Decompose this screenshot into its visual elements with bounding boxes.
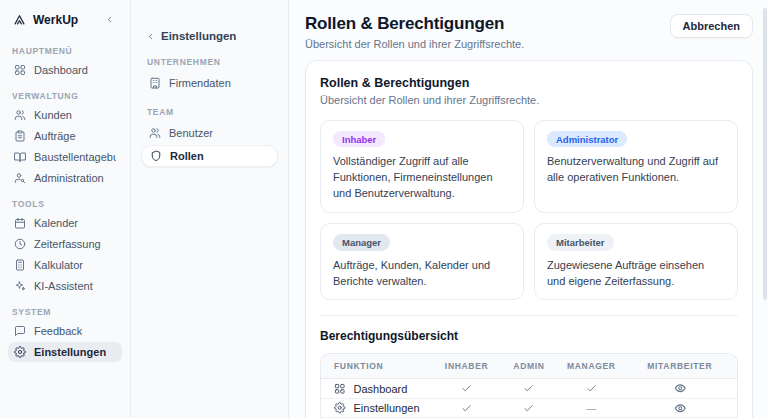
dashboard-icon <box>14 64 26 76</box>
sidebar-section-label-tools: Tools <box>12 199 118 209</box>
settings-back-link[interactable]: Einstellungen <box>141 28 278 44</box>
role-cards-grid: InhaberVollständiger Zugriff auf alle Fu… <box>320 120 738 300</box>
sidebar-item-kalender[interactable]: Kalender <box>8 213 122 233</box>
sidebar-item-auftrage[interactable]: Aufträge <box>8 126 122 146</box>
sidebar-item-kalkulator[interactable]: Kalkulator <box>8 255 122 275</box>
permission-check <box>560 383 622 394</box>
user-key-icon <box>14 172 26 184</box>
feature-cell: Einstellungen <box>321 402 435 414</box>
dashboard-icon <box>334 383 346 395</box>
shield-icon <box>150 150 162 162</box>
permission-row-dashboard: Dashboard <box>321 379 737 399</box>
check-icon <box>523 403 534 414</box>
building-icon <box>149 77 161 89</box>
check-icon <box>461 383 472 394</box>
sidebar-item-ki-assistent[interactable]: KI-Assistent <box>8 276 122 296</box>
permissions-table: FunktionInhaberAdminManagerMitarbeiter D… <box>320 353 738 418</box>
sidebar-item-label: Feedback <box>34 325 82 337</box>
check-icon <box>586 383 597 394</box>
permissions-table-header: FunktionInhaberAdminManagerMitarbeiter <box>321 354 737 379</box>
page-header-text: Rollen & Berechtigungen Übersicht der Ro… <box>305 14 524 50</box>
role-badge: Manager <box>333 234 390 250</box>
column-header-funktion: Funktion <box>321 354 435 378</box>
werkup-logo-icon <box>12 12 27 27</box>
check-icon <box>523 383 534 394</box>
app-title: WerkUp <box>33 13 98 27</box>
sidebar-item-feedback[interactable]: Feedback <box>8 321 122 341</box>
permission-check <box>498 383 560 394</box>
message-square-icon <box>14 325 26 337</box>
feature-label: Einstellungen <box>354 402 420 414</box>
feature-label: Dashboard <box>354 383 408 395</box>
permissions-title: Berechtigungsübersicht <box>320 329 738 343</box>
role-description: Benutzerverwaltung und Zugriff auf alle … <box>547 154 725 186</box>
page-title: Rollen & Berechtigungen <box>305 14 524 34</box>
permission-none: — <box>560 403 622 414</box>
role-description: Aufträge, Kunden, Kalender und Berichte … <box>333 258 511 290</box>
main-content: Rollen & Berechtigungen Übersicht der Ro… <box>289 0 768 418</box>
settings-nav-item-benutzer[interactable]: Benutzer <box>141 122 278 144</box>
scrollbar-thumb[interactable] <box>763 8 767 300</box>
column-header-mitarbeiter: Mitarbeiter <box>623 354 737 378</box>
settings-sidebar: Einstellungen UnternehmenFirmendatenTeam… <box>131 0 289 418</box>
sidebar-item-label: Kalkulator <box>34 259 83 271</box>
app-window: WerkUp HauptmenüDashboardVerwaltungKunde… <box>0 0 768 418</box>
clock-icon <box>14 238 26 250</box>
sidebar-item-einstellungen[interactable]: Einstellungen <box>8 342 122 362</box>
permission-check <box>498 403 560 414</box>
column-header-manager: Manager <box>560 354 622 378</box>
permissions-section: Berechtigungsübersicht FunktionInhaberAd… <box>320 315 738 418</box>
permission-check <box>435 383 497 394</box>
users-icon <box>14 109 26 121</box>
settings-nav-section-label-team: Team <box>147 107 272 117</box>
sidebar-item-label: Dashboard <box>34 64 88 76</box>
calendar-icon <box>14 217 26 229</box>
brand-header: WerkUp <box>8 10 122 35</box>
role-card-mitarbeiter: MitarbeiterZugewiesene Aufträge einsehen… <box>534 223 738 300</box>
panel-title: Rollen & Berechtigungen <box>320 76 738 90</box>
role-description: Vollständiger Zugriff auf alle Funktione… <box>333 154 511 202</box>
users-icon <box>149 127 161 139</box>
settings-nav-item-label: Benutzer <box>169 127 213 139</box>
sidebar-item-zeiterfassung[interactable]: Zeiterfassung <box>8 234 122 254</box>
cancel-button[interactable]: Abbrechen <box>670 14 753 38</box>
sidebar-item-label: Baustellentagebuch <box>34 151 116 163</box>
sidebar-item-label: Administration <box>34 172 104 184</box>
gear-icon <box>334 402 346 414</box>
sidebar-item-baustellentagebuch[interactable]: Baustellentagebuch <box>8 147 122 167</box>
roles-panel: Rollen & Berechtigungen Übersicht der Ro… <box>305 60 753 418</box>
permission-check <box>435 403 497 414</box>
role-card-inhaber: InhaberVollständiger Zugriff auf alle Fu… <box>320 120 524 213</box>
book-open-icon <box>14 151 26 163</box>
role-badge: Inhaber <box>333 131 385 147</box>
chevron-left-icon <box>145 31 156 42</box>
settings-back-label: Einstellungen <box>161 30 236 42</box>
sidebar-collapse-button[interactable] <box>104 13 118 27</box>
page-header: Rollen & Berechtigungen Übersicht der Ro… <box>305 14 753 50</box>
sidebar-item-label: KI-Assistent <box>34 280 93 292</box>
check-icon <box>461 403 472 414</box>
dash-glyph: — <box>586 403 596 414</box>
sidebar-item-dashboard[interactable]: Dashboard <box>8 60 122 80</box>
settings-nav-item-label: Firmendaten <box>169 77 231 89</box>
sidebar-item-kunden[interactable]: Kunden <box>8 105 122 125</box>
sidebar-item-label: Aufträge <box>34 130 76 142</box>
primary-sidebar: WerkUp HauptmenüDashboardVerwaltungKunde… <box>0 0 131 418</box>
eye-icon <box>674 382 687 395</box>
settings-nav-item-firmendaten[interactable]: Firmendaten <box>141 72 278 94</box>
settings-nav-section-label-unternehmen: Unternehmen <box>147 57 272 67</box>
settings-nav-item-rollen[interactable]: Rollen <box>141 145 278 167</box>
permissions-table-body: DashboardEinstellungen—Administration—Ku… <box>321 379 737 418</box>
page-subtitle: Übersicht der Rollen und ihrer Zugriffsr… <box>305 38 524 50</box>
sidebar-section-label-verwaltung: Verwaltung <box>12 91 118 101</box>
settings-nav: UnternehmenFirmendatenTeamBenutzerRollen <box>141 57 278 167</box>
permission-view-only <box>623 402 737 415</box>
sparkles-icon <box>14 280 26 292</box>
panel-subtitle: Übersicht der Rollen und ihrer Zugriffsr… <box>320 94 738 106</box>
sidebar-item-label: Zeiterfassung <box>34 238 101 250</box>
sidebar-item-label: Kalender <box>34 217 78 229</box>
role-card-administrator: AdministratorBenutzerverwaltung und Zugr… <box>534 120 738 213</box>
primary-nav: HauptmenüDashboardVerwaltungKundenAufträ… <box>8 46 122 362</box>
calculator-icon <box>14 259 26 271</box>
sidebar-item-administration[interactable]: Administration <box>8 168 122 188</box>
